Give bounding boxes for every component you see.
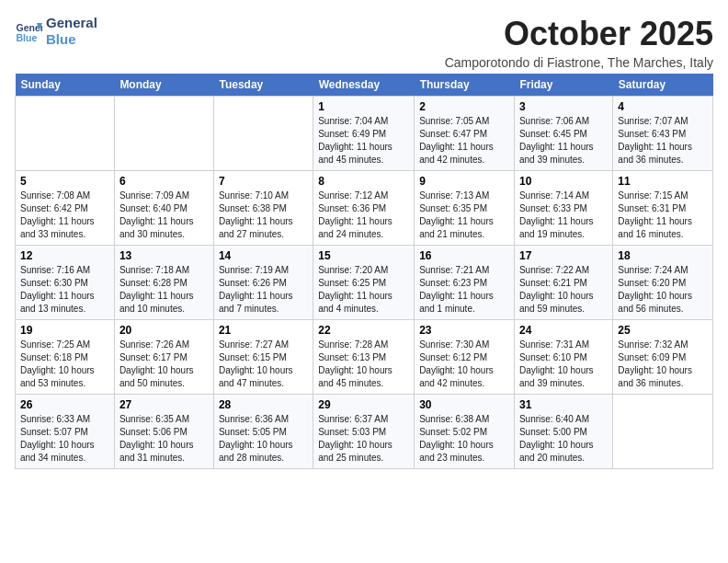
day-cell: 23Sunrise: 7:30 AM Sunset: 6:12 PM Dayli…: [415, 320, 515, 395]
weekday-header-monday: Monday: [114, 74, 213, 97]
weekday-header-wednesday: Wednesday: [313, 74, 415, 97]
day-number: 18: [618, 249, 708, 262]
day-cell: 8Sunrise: 7:12 AM Sunset: 6:36 PM Daylig…: [313, 171, 415, 246]
day-number: 22: [318, 324, 409, 337]
day-cell: 7Sunrise: 7:10 AM Sunset: 6:38 PM Daylig…: [213, 171, 313, 246]
week-row-1: 1Sunrise: 7:04 AM Sunset: 6:49 PM Daylig…: [16, 97, 713, 171]
day-number: 9: [419, 175, 509, 188]
day-info: Sunrise: 7:05 AM Sunset: 6:47 PM Dayligh…: [419, 115, 509, 167]
day-info: Sunrise: 7:31 AM Sunset: 6:10 PM Dayligh…: [519, 339, 608, 390]
day-cell: 6Sunrise: 7:09 AM Sunset: 6:40 PM Daylig…: [114, 171, 213, 246]
day-number: 11: [618, 175, 708, 188]
day-info: Sunrise: 7:14 AM Sunset: 6:33 PM Dayligh…: [519, 190, 608, 241]
day-info: Sunrise: 6:36 AM Sunset: 5:05 PM Dayligh…: [219, 413, 308, 465]
week-row-5: 26Sunrise: 6:33 AM Sunset: 5:07 PM Dayli…: [16, 395, 713, 469]
weekday-header-row: SundayMondayTuesdayWednesdayThursdayFrid…: [16, 74, 713, 97]
day-info: Sunrise: 7:19 AM Sunset: 6:26 PM Dayligh…: [219, 264, 308, 316]
day-number: 10: [519, 175, 608, 188]
day-info: Sunrise: 7:04 AM Sunset: 6:49 PM Dayligh…: [318, 115, 409, 167]
day-number: 4: [618, 100, 708, 113]
day-info: Sunrise: 7:16 AM Sunset: 6:30 PM Dayligh…: [20, 264, 109, 316]
day-info: Sunrise: 6:38 AM Sunset: 5:02 PM Dayligh…: [419, 413, 509, 465]
day-info: Sunrise: 7:18 AM Sunset: 6:28 PM Dayligh…: [119, 264, 209, 316]
weekday-header-sunday: Sunday: [16, 74, 115, 97]
day-cell: 16Sunrise: 7:21 AM Sunset: 6:23 PM Dayli…: [415, 246, 515, 320]
day-number: 26: [20, 398, 109, 411]
day-number: 3: [519, 100, 608, 113]
day-info: Sunrise: 7:24 AM Sunset: 6:20 PM Dayligh…: [618, 264, 708, 316]
day-info: Sunrise: 6:37 AM Sunset: 5:03 PM Dayligh…: [318, 413, 409, 465]
day-info: Sunrise: 7:21 AM Sunset: 6:23 PM Dayligh…: [419, 264, 509, 316]
day-info: Sunrise: 7:30 AM Sunset: 6:12 PM Dayligh…: [419, 339, 509, 390]
day-number: 15: [318, 249, 409, 262]
day-cell: 19Sunrise: 7:25 AM Sunset: 6:18 PM Dayli…: [16, 320, 115, 395]
day-info: Sunrise: 7:22 AM Sunset: 6:21 PM Dayligh…: [519, 264, 608, 316]
day-info: Sunrise: 7:32 AM Sunset: 6:09 PM Dayligh…: [618, 339, 708, 390]
day-cell: [613, 395, 713, 469]
day-number: 19: [20, 324, 109, 337]
day-number: 12: [20, 249, 109, 262]
day-number: 24: [519, 324, 608, 337]
month-title: October 2025: [445, 15, 713, 53]
day-number: 28: [219, 398, 308, 411]
day-info: Sunrise: 7:06 AM Sunset: 6:45 PM Dayligh…: [519, 115, 608, 167]
day-number: 1: [318, 100, 409, 113]
day-cell: 31Sunrise: 6:40 AM Sunset: 5:00 PM Dayli…: [514, 395, 612, 469]
week-row-4: 19Sunrise: 7:25 AM Sunset: 6:18 PM Dayli…: [16, 320, 713, 395]
day-cell: 2Sunrise: 7:05 AM Sunset: 6:47 PM Daylig…: [415, 97, 515, 171]
day-cell: 9Sunrise: 7:13 AM Sunset: 6:35 PM Daylig…: [415, 171, 515, 246]
day-cell: 29Sunrise: 6:37 AM Sunset: 5:03 PM Dayli…: [313, 395, 415, 469]
day-cell: 24Sunrise: 7:31 AM Sunset: 6:10 PM Dayli…: [514, 320, 612, 395]
day-info: Sunrise: 6:33 AM Sunset: 5:07 PM Dayligh…: [20, 413, 109, 465]
logo: General Blue GeneralBlue: [15, 15, 97, 48]
day-number: 20: [119, 324, 209, 337]
day-cell: [16, 97, 115, 171]
day-cell: 20Sunrise: 7:26 AM Sunset: 6:17 PM Dayli…: [114, 320, 213, 395]
day-cell: 4Sunrise: 7:07 AM Sunset: 6:43 PM Daylig…: [613, 97, 713, 171]
day-number: 31: [519, 398, 608, 411]
title-block: October 2025 Camporotondo di Fiastrone, …: [445, 15, 713, 70]
calendar-table: SundayMondayTuesdayWednesdayThursdayFrid…: [15, 74, 713, 469]
day-cell: 15Sunrise: 7:20 AM Sunset: 6:25 PM Dayli…: [313, 246, 415, 320]
day-number: 16: [419, 249, 509, 262]
day-number: 2: [419, 100, 509, 113]
day-cell: 26Sunrise: 6:33 AM Sunset: 5:07 PM Dayli…: [16, 395, 115, 469]
week-row-2: 5Sunrise: 7:08 AM Sunset: 6:42 PM Daylig…: [16, 171, 713, 246]
day-cell: 11Sunrise: 7:15 AM Sunset: 6:31 PM Dayli…: [613, 171, 713, 246]
weekday-header-saturday: Saturday: [613, 74, 713, 97]
day-cell: 12Sunrise: 7:16 AM Sunset: 6:30 PM Dayli…: [16, 246, 115, 320]
day-cell: 5Sunrise: 7:08 AM Sunset: 6:42 PM Daylig…: [16, 171, 115, 246]
day-info: Sunrise: 6:35 AM Sunset: 5:06 PM Dayligh…: [119, 413, 209, 465]
day-cell: 13Sunrise: 7:18 AM Sunset: 6:28 PM Dayli…: [114, 246, 213, 320]
day-info: Sunrise: 6:40 AM Sunset: 5:00 PM Dayligh…: [519, 413, 608, 465]
day-number: 21: [219, 324, 308, 337]
day-number: 8: [318, 175, 409, 188]
day-info: Sunrise: 7:28 AM Sunset: 6:13 PM Dayligh…: [318, 339, 409, 390]
day-cell: 25Sunrise: 7:32 AM Sunset: 6:09 PM Dayli…: [613, 320, 713, 395]
day-cell: 1Sunrise: 7:04 AM Sunset: 6:49 PM Daylig…: [313, 97, 415, 171]
day-info: Sunrise: 7:20 AM Sunset: 6:25 PM Dayligh…: [318, 264, 409, 316]
day-info: Sunrise: 7:26 AM Sunset: 6:17 PM Dayligh…: [119, 339, 209, 390]
day-number: 30: [419, 398, 509, 411]
day-info: Sunrise: 7:10 AM Sunset: 6:38 PM Dayligh…: [219, 190, 308, 241]
day-number: 23: [419, 324, 509, 337]
day-info: Sunrise: 7:08 AM Sunset: 6:42 PM Dayligh…: [20, 190, 109, 241]
weekday-header-thursday: Thursday: [415, 74, 515, 97]
day-info: Sunrise: 7:09 AM Sunset: 6:40 PM Dayligh…: [119, 190, 209, 241]
day-cell: 10Sunrise: 7:14 AM Sunset: 6:33 PM Dayli…: [514, 171, 612, 246]
day-number: 5: [20, 175, 109, 188]
svg-text:Blue: Blue: [17, 32, 38, 43]
day-number: 13: [119, 249, 209, 262]
day-number: 25: [618, 324, 708, 337]
day-number: 7: [219, 175, 308, 188]
day-cell: 18Sunrise: 7:24 AM Sunset: 6:20 PM Dayli…: [613, 246, 713, 320]
weekday-header-tuesday: Tuesday: [213, 74, 313, 97]
day-number: 14: [219, 249, 308, 262]
day-info: Sunrise: 7:25 AM Sunset: 6:18 PM Dayligh…: [20, 339, 109, 390]
day-cell: 17Sunrise: 7:22 AM Sunset: 6:21 PM Dayli…: [514, 246, 612, 320]
day-cell: 22Sunrise: 7:28 AM Sunset: 6:13 PM Dayli…: [313, 320, 415, 395]
logo-text: GeneralBlue: [46, 15, 97, 48]
day-info: Sunrise: 7:13 AM Sunset: 6:35 PM Dayligh…: [419, 190, 509, 241]
day-cell: 30Sunrise: 6:38 AM Sunset: 5:02 PM Dayli…: [415, 395, 515, 469]
day-info: Sunrise: 7:27 AM Sunset: 6:15 PM Dayligh…: [219, 339, 308, 390]
